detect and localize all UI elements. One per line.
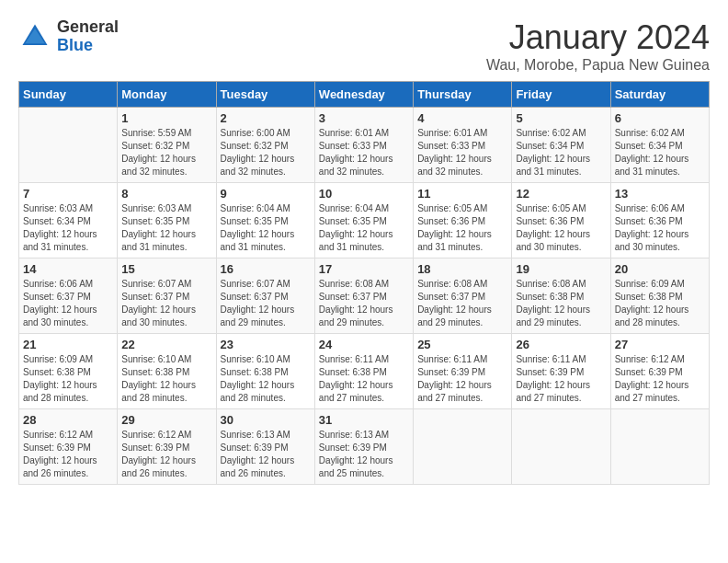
calendar-cell: 16Sunrise: 6:07 AM Sunset: 6:37 PM Dayli…	[216, 259, 314, 334]
day-number: 17	[319, 262, 409, 276]
calendar-cell: 22Sunrise: 6:10 AM Sunset: 6:38 PM Dayli…	[118, 334, 216, 409]
day-info: Sunrise: 6:08 AM Sunset: 6:37 PM Dayligh…	[417, 278, 507, 329]
day-number: 18	[417, 262, 507, 276]
logo-blue: Blue	[57, 36, 93, 54]
calendar-cell	[512, 409, 610, 485]
day-number: 4	[417, 111, 507, 125]
day-info: Sunrise: 6:03 AM Sunset: 6:34 PM Dayligh…	[23, 202, 113, 254]
day-number: 11	[417, 187, 507, 201]
location: Wau, Morobe, Papua New Guinea	[486, 57, 710, 74]
calendar-cell: 9Sunrise: 6:04 AM Sunset: 6:35 PM Daylig…	[216, 183, 314, 259]
day-info: Sunrise: 6:08 AM Sunset: 6:38 PM Dayligh…	[516, 278, 606, 329]
day-info: Sunrise: 6:05 AM Sunset: 6:36 PM Dayligh…	[516, 202, 606, 254]
calendar-cell	[610, 409, 709, 485]
header-tuesday: Tuesday	[216, 82, 314, 108]
day-info: Sunrise: 6:00 AM Sunset: 6:32 PM Dayligh…	[221, 127, 311, 178]
calendar-cell: 20Sunrise: 6:09 AM Sunset: 6:38 PM Dayli…	[610, 259, 709, 334]
week-row-1: 1Sunrise: 5:59 AM Sunset: 6:32 PM Daylig…	[19, 108, 710, 183]
day-number: 5	[516, 111, 606, 125]
calendar-cell: 15Sunrise: 6:07 AM Sunset: 6:37 PM Dayli…	[118, 259, 216, 334]
day-info: Sunrise: 6:13 AM Sunset: 6:39 PM Dayligh…	[319, 429, 409, 480]
calendar-cell: 4Sunrise: 6:01 AM Sunset: 6:33 PM Daylig…	[414, 108, 512, 183]
day-number: 21	[23, 338, 113, 351]
day-info: Sunrise: 6:01 AM Sunset: 6:33 PM Dayligh…	[417, 127, 507, 178]
day-info: Sunrise: 5:59 AM Sunset: 6:32 PM Dayligh…	[121, 127, 211, 178]
logo-general: General	[57, 17, 119, 36]
calendar-cell	[414, 409, 512, 485]
week-row-3: 14Sunrise: 6:06 AM Sunset: 6:37 PM Dayli…	[19, 259, 710, 334]
day-number: 8	[121, 187, 211, 201]
day-number: 29	[121, 413, 211, 427]
month-title: January 2024	[486, 18, 710, 57]
calendar-cell: 23Sunrise: 6:10 AM Sunset: 6:38 PM Dayli…	[216, 334, 314, 409]
day-number: 16	[221, 262, 311, 276]
day-info: Sunrise: 6:09 AM Sunset: 6:38 PM Dayligh…	[615, 278, 705, 329]
calendar-cell: 21Sunrise: 6:09 AM Sunset: 6:38 PM Dayli…	[19, 334, 118, 409]
calendar-table: SundayMondayTuesdayWednesdayThursdayFrid…	[18, 81, 710, 485]
day-info: Sunrise: 6:07 AM Sunset: 6:37 PM Dayligh…	[121, 278, 211, 329]
day-info: Sunrise: 6:03 AM Sunset: 6:35 PM Dayligh…	[121, 202, 211, 254]
day-info: Sunrise: 6:02 AM Sunset: 6:34 PM Dayligh…	[516, 127, 606, 178]
calendar-cell: 24Sunrise: 6:11 AM Sunset: 6:38 PM Dayli…	[314, 334, 413, 409]
day-number: 3	[319, 111, 409, 125]
calendar-cell: 18Sunrise: 6:08 AM Sunset: 6:37 PM Dayli…	[414, 259, 512, 334]
calendar-cell: 13Sunrise: 6:06 AM Sunset: 6:36 PM Dayli…	[610, 183, 709, 259]
week-row-5: 28Sunrise: 6:12 AM Sunset: 6:39 PM Dayli…	[19, 409, 710, 485]
day-info: Sunrise: 6:07 AM Sunset: 6:37 PM Dayligh…	[221, 278, 311, 329]
day-info: Sunrise: 6:12 AM Sunset: 6:39 PM Dayligh…	[23, 429, 113, 480]
calendar-cell: 3Sunrise: 6:01 AM Sunset: 6:33 PM Daylig…	[314, 108, 413, 183]
calendar-cell: 5Sunrise: 6:02 AM Sunset: 6:34 PM Daylig…	[512, 108, 610, 183]
day-number: 22	[121, 338, 211, 351]
day-info: Sunrise: 6:12 AM Sunset: 6:39 PM Dayligh…	[121, 429, 211, 480]
day-number: 23	[221, 338, 311, 351]
day-number: 2	[221, 111, 311, 125]
day-info: Sunrise: 6:11 AM Sunset: 6:39 PM Dayligh…	[417, 353, 507, 405]
day-number: 6	[615, 111, 705, 125]
header-friday: Friday	[512, 82, 610, 108]
logo: General Blue	[18, 18, 119, 55]
calendar-cell: 7Sunrise: 6:03 AM Sunset: 6:34 PM Daylig…	[19, 183, 118, 259]
day-info: Sunrise: 6:02 AM Sunset: 6:34 PM Dayligh…	[615, 127, 705, 178]
day-info: Sunrise: 6:13 AM Sunset: 6:39 PM Dayligh…	[221, 429, 311, 480]
header-monday: Monday	[118, 82, 216, 108]
day-info: Sunrise: 6:06 AM Sunset: 6:37 PM Dayligh…	[23, 278, 113, 329]
header-wednesday: Wednesday	[314, 82, 413, 108]
calendar-cell: 25Sunrise: 6:11 AM Sunset: 6:39 PM Dayli…	[414, 334, 512, 409]
calendar-cell: 8Sunrise: 6:03 AM Sunset: 6:35 PM Daylig…	[118, 183, 216, 259]
calendar-cell: 31Sunrise: 6:13 AM Sunset: 6:39 PM Dayli…	[314, 409, 413, 485]
calendar-cell: 14Sunrise: 6:06 AM Sunset: 6:37 PM Dayli…	[19, 259, 118, 334]
day-number: 14	[23, 262, 113, 276]
day-number: 24	[319, 338, 409, 351]
day-info: Sunrise: 6:05 AM Sunset: 6:36 PM Dayligh…	[417, 202, 507, 254]
day-number: 20	[615, 262, 705, 276]
day-number: 15	[121, 262, 211, 276]
week-row-4: 21Sunrise: 6:09 AM Sunset: 6:38 PM Dayli…	[19, 334, 710, 409]
logo-text: General Blue	[57, 18, 119, 55]
day-number: 26	[516, 338, 606, 351]
header-sunday: Sunday	[19, 82, 118, 108]
day-info: Sunrise: 6:11 AM Sunset: 6:39 PM Dayligh…	[516, 353, 606, 405]
day-info: Sunrise: 6:06 AM Sunset: 6:36 PM Dayligh…	[615, 202, 705, 254]
calendar-cell	[19, 108, 118, 183]
calendar-cell: 26Sunrise: 6:11 AM Sunset: 6:39 PM Dayli…	[512, 334, 610, 409]
calendar-cell: 12Sunrise: 6:05 AM Sunset: 6:36 PM Dayli…	[512, 183, 610, 259]
day-number: 19	[516, 262, 606, 276]
calendar-cell: 30Sunrise: 6:13 AM Sunset: 6:39 PM Dayli…	[216, 409, 314, 485]
day-number: 31	[319, 413, 409, 427]
calendar-cell: 1Sunrise: 5:59 AM Sunset: 6:32 PM Daylig…	[118, 108, 216, 183]
title-block: January 2024 Wau, Morobe, Papua New Guin…	[486, 18, 710, 74]
day-info: Sunrise: 6:12 AM Sunset: 6:39 PM Dayligh…	[615, 353, 705, 405]
calendar-cell: 29Sunrise: 6:12 AM Sunset: 6:39 PM Dayli…	[118, 409, 216, 485]
day-number: 28	[23, 413, 113, 427]
day-number: 13	[615, 187, 705, 201]
calendar-cell: 27Sunrise: 6:12 AM Sunset: 6:39 PM Dayli…	[610, 334, 709, 409]
day-info: Sunrise: 6:01 AM Sunset: 6:33 PM Dayligh…	[319, 127, 409, 178]
day-info: Sunrise: 6:08 AM Sunset: 6:37 PM Dayligh…	[319, 278, 409, 329]
day-info: Sunrise: 6:10 AM Sunset: 6:38 PM Dayligh…	[121, 353, 211, 405]
header-saturday: Saturday	[610, 82, 709, 108]
calendar-cell: 6Sunrise: 6:02 AM Sunset: 6:34 PM Daylig…	[610, 108, 709, 183]
calendar-cell: 11Sunrise: 6:05 AM Sunset: 6:36 PM Dayli…	[414, 183, 512, 259]
day-info: Sunrise: 6:11 AM Sunset: 6:38 PM Dayligh…	[319, 353, 409, 405]
page-header: General Blue January 2024 Wau, Morobe, P…	[18, 18, 710, 74]
day-number: 1	[121, 111, 211, 125]
